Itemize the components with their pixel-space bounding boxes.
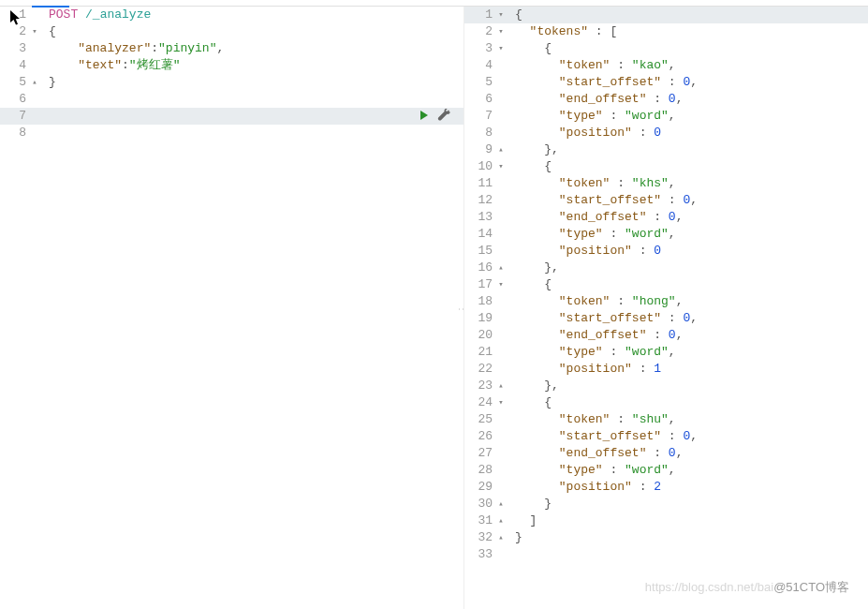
request-line[interactable]: 3 "analyzer":"pinyin", (0, 40, 463, 57)
run-request-icon[interactable] (419, 110, 430, 121)
code-content[interactable]: "end_offset" : 0, (508, 209, 868, 226)
response-line[interactable]: 4 "token" : "kao", (464, 57, 868, 74)
code-content[interactable]: "end_offset" : 0, (508, 327, 868, 344)
response-line[interactable]: 33 (464, 546, 868, 563)
pane-resize-handle[interactable]: ⋮ (457, 304, 464, 312)
code-content[interactable]: } (508, 529, 868, 546)
code-content[interactable]: }, (508, 141, 868, 158)
response-line[interactable]: 18 "token" : "hong", (464, 293, 868, 310)
request-line[interactable]: 1POST /_analyze (0, 7, 463, 23)
fold-toggle-icon[interactable]: ▾ (494, 23, 508, 40)
response-line[interactable]: 10▾ { (464, 158, 868, 175)
code-content[interactable] (41, 91, 463, 108)
request-line[interactable]: 5▴} (0, 74, 463, 91)
code-content[interactable]: "end_offset" : 0, (508, 91, 868, 108)
response-line[interactable]: 3▾ { (464, 40, 868, 57)
request-line[interactable]: 7 (0, 108, 463, 125)
code-content[interactable] (41, 125, 463, 141)
code-content[interactable]: { (508, 7, 868, 23)
code-content[interactable]: "token" : "hong", (508, 293, 868, 310)
fold-toggle-icon[interactable]: ▴ (494, 141, 508, 158)
request-line[interactable]: 4 "text":"烤红薯" (0, 57, 463, 74)
code-content[interactable]: "start_offset" : 0, (508, 428, 868, 445)
code-content[interactable]: "position" : 0 (508, 243, 868, 260)
code-content[interactable]: { (508, 40, 868, 57)
response-line[interactable]: 22 "position" : 1 (464, 361, 868, 378)
response-line[interactable]: 15 "position" : 0 (464, 243, 868, 260)
fold-toggle-icon[interactable]: ▾ (494, 7, 508, 23)
fold-toggle-icon[interactable]: ▴ (494, 260, 508, 276)
code-content[interactable]: "token" : "khs", (508, 175, 868, 192)
fold-toggle-icon[interactable]: ▾ (494, 40, 508, 57)
fold-toggle-icon[interactable]: ▾ (494, 276, 508, 293)
code-content[interactable]: "position" : 0 (508, 125, 868, 141)
settings-wrench-icon[interactable] (437, 109, 450, 122)
code-content[interactable]: POST /_analyze (41, 7, 463, 23)
code-content[interactable]: { (508, 394, 868, 411)
code-content[interactable]: "type" : "word", (508, 108, 868, 125)
code-content[interactable]: { (41, 23, 463, 40)
request-line[interactable]: 8 (0, 125, 463, 141)
code-content[interactable]: "token" : "kao", (508, 57, 868, 74)
fold-toggle-icon[interactable]: ▾ (494, 158, 508, 175)
code-content[interactable]: }, (508, 378, 868, 394)
request-line[interactable]: 6 (0, 91, 463, 108)
response-line[interactable]: 30▴ } (464, 496, 868, 512)
response-line[interactable]: 16▴ }, (464, 260, 868, 276)
code-content[interactable]: "tokens" : [ (508, 23, 868, 40)
response-editor-pane[interactable]: 1▾{2▾ "tokens" : [3▾ {4 "token" : "kao",… (464, 7, 868, 609)
code-content[interactable]: }, (508, 260, 868, 276)
code-content[interactable]: "start_offset" : 0, (508, 192, 868, 209)
code-content[interactable]: { (508, 276, 868, 293)
code-content[interactable]: "type" : "word", (508, 462, 868, 479)
code-content[interactable]: "analyzer":"pinyin", (41, 40, 463, 57)
response-line[interactable]: 32▴} (464, 529, 868, 546)
code-content[interactable]: "end_offset" : 0, (508, 445, 868, 462)
code-content[interactable] (508, 546, 868, 563)
response-line[interactable]: 13 "end_offset" : 0, (464, 209, 868, 226)
code-content[interactable]: "token" : "shu", (508, 411, 868, 428)
response-line[interactable]: 27 "end_offset" : 0, (464, 445, 868, 462)
response-line[interactable]: 17▾ { (464, 276, 868, 293)
request-editor-pane[interactable]: 1POST /_analyze2▾{3 "analyzer":"pinyin",… (0, 7, 464, 609)
response-line[interactable]: 29 "position" : 2 (464, 479, 868, 496)
code-content[interactable]: "type" : "word", (508, 344, 868, 361)
response-line[interactable]: 2▾ "tokens" : [ (464, 23, 868, 40)
response-line[interactable]: 6 "end_offset" : 0, (464, 91, 868, 108)
fold-toggle-icon[interactable]: ▾ (494, 394, 508, 411)
response-line[interactable]: 19 "start_offset" : 0, (464, 310, 868, 327)
code-content[interactable]: "start_offset" : 0, (508, 310, 868, 327)
response-line[interactable]: 9▴ }, (464, 141, 868, 158)
response-line[interactable]: 26 "start_offset" : 0, (464, 428, 868, 445)
response-line[interactable]: 31▴ ] (464, 512, 868, 529)
code-content[interactable]: "type" : "word", (508, 226, 868, 243)
fold-toggle-icon[interactable]: ▴ (494, 378, 508, 394)
response-line[interactable]: 5 "start_offset" : 0, (464, 74, 868, 91)
code-content[interactable]: "start_offset" : 0, (508, 74, 868, 91)
response-line[interactable]: 20 "end_offset" : 0, (464, 327, 868, 344)
code-content[interactable]: } (508, 496, 868, 512)
response-line[interactable]: 8 "position" : 0 (464, 125, 868, 141)
response-line[interactable]: 23▴ }, (464, 378, 868, 394)
code-content[interactable]: "text":"烤红薯" (41, 57, 463, 74)
response-line[interactable]: 7 "type" : "word", (464, 108, 868, 125)
code-content[interactable]: ] (508, 512, 868, 529)
response-line[interactable]: 12 "start_offset" : 0, (464, 192, 868, 209)
fold-toggle-icon[interactable]: ▴ (494, 496, 508, 512)
response-line[interactable]: 24▾ { (464, 394, 868, 411)
response-line[interactable]: 21 "type" : "word", (464, 344, 868, 361)
code-content[interactable]: "position" : 2 (508, 479, 868, 496)
response-line[interactable]: 11 "token" : "khs", (464, 175, 868, 192)
fold-toggle-icon[interactable]: ▾ (28, 23, 41, 40)
code-content[interactable]: { (508, 158, 868, 175)
response-line[interactable]: 28 "type" : "word", (464, 462, 868, 479)
response-line[interactable]: 25 "token" : "shu", (464, 411, 868, 428)
code-content[interactable]: } (41, 74, 463, 91)
code-content[interactable] (41, 108, 463, 125)
fold-toggle-icon[interactable]: ▴ (494, 529, 508, 546)
fold-toggle-icon[interactable]: ▴ (28, 74, 41, 91)
response-line[interactable]: 1▾{ (464, 7, 868, 23)
fold-toggle-icon[interactable]: ▴ (494, 512, 508, 529)
code-content[interactable]: "position" : 1 (508, 361, 868, 378)
response-line[interactable]: 14 "type" : "word", (464, 226, 868, 243)
